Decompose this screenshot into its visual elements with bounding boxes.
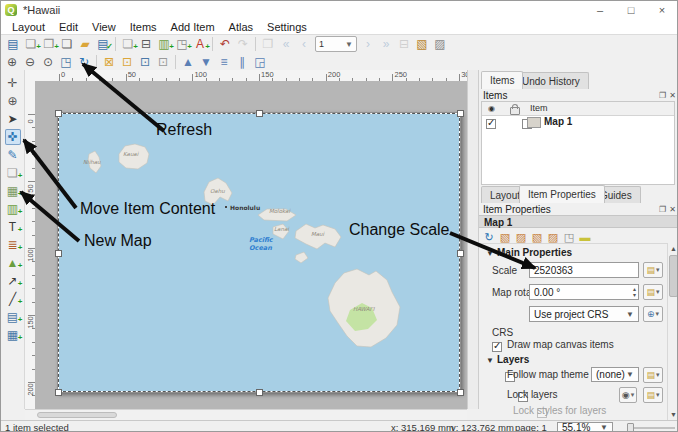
selection-handle[interactable] (457, 389, 464, 396)
theme-data-defined-button[interactable]: ▤ (643, 367, 663, 383)
export-as-svg-icon[interactable]: ◳+ (174, 36, 190, 52)
atlas-settings-icon[interactable]: ▧ (414, 36, 430, 52)
scroll-down-icon[interactable]: ▼ (668, 409, 678, 420)
main-properties-caret-icon[interactable]: ▼ (486, 249, 494, 258)
spinner-arrows-icon[interactable]: ▴▾ (633, 286, 636, 298)
edit-nodes-item-icon[interactable]: ✎ (5, 147, 21, 163)
minimize-button[interactable]: – (585, 1, 615, 19)
lock-layers-data-defined-button[interactable]: ▤ (643, 387, 663, 403)
lower-selected-items-icon[interactable]: ▼ (198, 54, 214, 70)
zoom-in-icon[interactable]: ⊕ (4, 54, 20, 70)
map-theme-combo[interactable]: (none)▼ (591, 367, 639, 382)
zoom-tool-icon[interactable]: ⊕ (5, 93, 21, 109)
visible-layers-eye-button[interactable]: ◉ (619, 387, 637, 403)
raise-selected-items-icon[interactable]: ▲ (180, 54, 196, 70)
add-node-item-icon[interactable]: ╱+ (5, 291, 21, 307)
properties-panel-close-icon[interactable]: ✕ (669, 205, 678, 214)
export-as-pdf-icon[interactable]: A+ (192, 36, 208, 52)
save-layout-icon[interactable]: ▤ (5, 36, 21, 52)
layers-header[interactable]: Layers (497, 354, 529, 365)
pan-layout-icon[interactable]: ✛ (5, 75, 21, 91)
select-crs-button[interactable]: ⊕ (643, 306, 663, 322)
menu-view[interactable]: View (85, 21, 123, 33)
add-picture-icon[interactable]: ▥+ (5, 201, 21, 217)
map-item[interactable]: NiihauKauaiOahuHonoluluMolokaiLanaiMauiP… (59, 114, 459, 391)
new-layout-icon[interactable]: ❏+ (23, 36, 39, 52)
selection-handle[interactable] (256, 389, 263, 396)
items-row-map1[interactable]: Map 1 (482, 115, 674, 130)
set-map-scale-to-canvas-icon[interactable]: ▧ (530, 230, 544, 244)
resize-items-icon[interactable]: ◲ (252, 54, 268, 70)
tab-undo-history[interactable]: Undo History (513, 72, 589, 89)
save-as-template-icon[interactable]: ▤✓ (95, 36, 111, 52)
draw-map-canvas-items-checkbox[interactable] (492, 342, 502, 352)
add-page-icon[interactable]: ❏+ (5, 165, 21, 181)
menu-items[interactable]: Items (123, 21, 164, 33)
add-arrow-icon[interactable]: ↗+ (5, 273, 21, 289)
selection-handle[interactable] (55, 250, 62, 257)
horizontal-scrollbar[interactable] (25, 409, 467, 420)
view-scale-in-canvas-icon[interactable]: ▨ (546, 230, 560, 244)
scroll-up-icon[interactable]: ▲ (668, 243, 678, 254)
export-as-image-icon[interactable]: ▥+ (156, 36, 172, 52)
labeling-settings-icon[interactable]: ▬ (578, 230, 592, 244)
add-label-icon[interactable]: T+ (5, 219, 21, 235)
distribute-items-icon[interactable]: ∥ (234, 54, 250, 70)
layers-caret-icon[interactable]: ▼ (486, 356, 494, 365)
align-selected-items-icon[interactable]: ≡ (216, 54, 232, 70)
selection-handle[interactable] (55, 110, 62, 117)
add-legend-icon[interactable]: ≣+ (5, 237, 21, 253)
menu-settings[interactable]: Settings (260, 21, 314, 33)
print-layout-icon[interactable]: ⊟ (138, 36, 154, 52)
deselect-all-icon[interactable]: ⊡ (155, 54, 171, 70)
layout-page[interactable]: NiihauKauaiOahuHonoluluMolokaiLanaiMauiP… (57, 112, 461, 393)
scrollbar-thumb[interactable] (669, 255, 678, 297)
maximize-button[interactable]: □ (616, 1, 646, 19)
add-map-icon[interactable]: ▦+ (5, 183, 21, 199)
add-shape-icon[interactable]: ▲+ (5, 255, 21, 271)
menu-atlas[interactable]: Atlas (222, 21, 260, 33)
lock-selected-items-icon[interactable]: ⊠ (101, 54, 117, 70)
map1-visibility-checkbox[interactable] (486, 119, 496, 129)
selection-handle[interactable] (55, 389, 62, 396)
set-map-extent-to-canvas-icon[interactable]: ▧ (498, 230, 512, 244)
select-all-items-icon[interactable]: ⊡ (137, 54, 153, 70)
tab-items[interactable]: Items (481, 71, 523, 89)
unlock-all-items-icon[interactable]: ⊡ (119, 54, 135, 70)
add-attribute-table-icon[interactable]: ▦+ (5, 327, 21, 343)
map-rotation-spinbox[interactable]: 0.00 ° ▴▾ (529, 284, 639, 300)
menu-add-item[interactable]: Add Item (164, 21, 222, 33)
main-properties-header[interactable]: Main Properties (497, 247, 572, 258)
items-panel-close-icon[interactable]: ✕ (669, 91, 678, 100)
duplicate-layout-icon[interactable]: ❐+ (41, 36, 57, 52)
selection-handle[interactable] (457, 110, 464, 117)
selection-handle[interactable] (457, 250, 464, 257)
crs-combo[interactable]: Use project CRS▼ (529, 306, 639, 322)
add-html-icon[interactable]: ▤+ (5, 309, 21, 325)
select-move-item-icon[interactable]: ➤ (5, 111, 21, 127)
layout-canvas[interactable]: NiihauKauaiOahuHonoluluMolokaiLanaiMauiP… (35, 81, 467, 409)
add-pages-icon[interactable]: ❏+ (120, 36, 136, 52)
zoom-slider-thumb[interactable] (627, 423, 634, 432)
properties-scrollbar[interactable]: ▲ ▼ (667, 243, 678, 420)
selection-handle[interactable] (256, 110, 263, 117)
close-button[interactable]: × (647, 1, 677, 19)
atlas-page-combo[interactable]: 1▼ (315, 36, 357, 52)
menu-layout[interactable]: Layout (5, 21, 52, 33)
refresh-view-icon[interactable]: ↻ (76, 54, 92, 70)
update-map-preview-icon[interactable]: ↻ (482, 230, 496, 244)
layout-manager-icon[interactable]: ❏ (59, 36, 75, 52)
view-extent-in-canvas-icon[interactable]: ▨ (514, 230, 528, 244)
interactively-edit-extent-icon[interactable]: ◳ (562, 230, 576, 244)
zoom-level-combo[interactable]: 55.1%▼ (557, 422, 613, 432)
open-folder-icon[interactable]: ▰ (77, 36, 93, 52)
items-panel-float-icon[interactable]: ❐ (659, 91, 669, 100)
move-item-content-icon[interactable]: ✜ (5, 129, 21, 145)
tab-item-properties[interactable]: Item Properties (519, 185, 605, 203)
hscrollbar-thumb[interactable] (37, 412, 117, 418)
zoom-out-icon[interactable]: ⊖ (22, 54, 38, 70)
undo-icon[interactable]: ↶ (217, 36, 233, 52)
zoom-full-icon[interactable]: ◳ (58, 54, 74, 70)
panel-splitter[interactable] (467, 70, 479, 409)
export-atlas-icon[interactable]: ▨ (432, 36, 448, 52)
